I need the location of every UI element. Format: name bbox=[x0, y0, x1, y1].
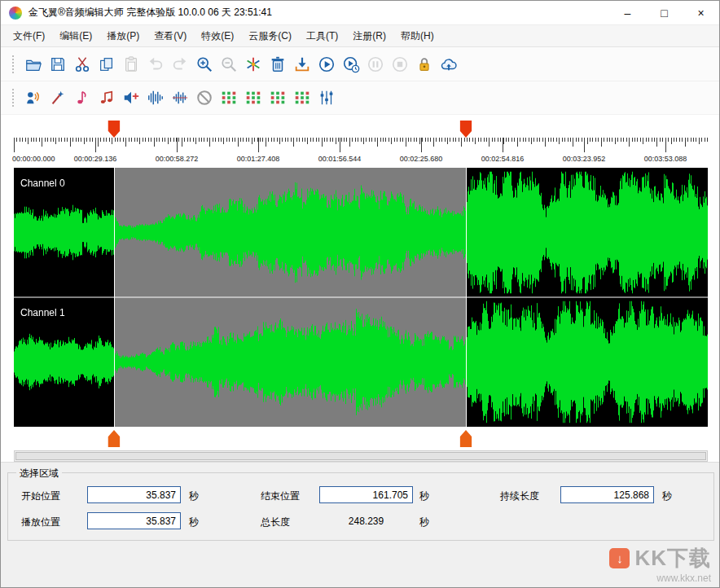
toolbar-main-items bbox=[22, 53, 462, 76]
selection-end-marker-bottom[interactable] bbox=[460, 430, 472, 447]
start-position-input[interactable] bbox=[87, 486, 181, 503]
save-icon bbox=[49, 55, 67, 73]
menu-file[interactable]: 文件(F) bbox=[6, 25, 52, 47]
watermark-logo-icon bbox=[609, 548, 630, 568]
menu-play[interactable]: 播放(P) bbox=[99, 25, 147, 47]
channel-map-1-button[interactable] bbox=[217, 86, 240, 109]
toolbar-grip[interactable] bbox=[12, 55, 14, 73]
play-button[interactable] bbox=[315, 53, 338, 76]
disable-effects-button[interactable] bbox=[193, 86, 216, 109]
save-button[interactable] bbox=[46, 53, 69, 76]
note-single-button[interactable] bbox=[71, 86, 94, 109]
lock-icon bbox=[415, 55, 433, 73]
ruler-timestamp: 00:03:23.952 bbox=[563, 155, 606, 163]
ruler-timestamp: 00:01:27.408 bbox=[237, 155, 280, 163]
zoom-in-button[interactable] bbox=[193, 53, 216, 76]
watermark: KK下载 www.kkx.net bbox=[609, 544, 711, 584]
menu-tools[interactable]: 工具(T) bbox=[299, 25, 345, 47]
cloud-upload-button[interactable] bbox=[437, 53, 460, 76]
spectrum-view-button[interactable] bbox=[169, 86, 191, 109]
play-position-input[interactable] bbox=[87, 512, 181, 529]
waveform-view-button[interactable] bbox=[144, 86, 167, 109]
volume-boost-button[interactable] bbox=[120, 86, 143, 109]
note-double-button[interactable] bbox=[95, 86, 118, 109]
selection-start-marker-top[interactable] bbox=[108, 121, 120, 138]
copy-icon bbox=[98, 55, 116, 73]
menu-register[interactable]: 注册(R) bbox=[345, 25, 393, 47]
timeline-ruler[interactable]: 00:00:00.00000:00:29.13600:00:58.27200:0… bbox=[14, 138, 708, 168]
maximize-button[interactable]: □ bbox=[646, 1, 683, 24]
wave1-icon bbox=[147, 89, 165, 107]
selection-markers-top bbox=[14, 115, 708, 138]
menu-cloud-service[interactable]: 云服务(C) bbox=[241, 25, 299, 47]
play-position-unit: 秒 bbox=[189, 516, 199, 529]
redo-button[interactable] bbox=[169, 53, 191, 76]
watermark-url: www.kkx.net bbox=[609, 573, 711, 584]
open-icon bbox=[24, 55, 42, 73]
stop-button[interactable] bbox=[389, 53, 411, 76]
title-bar: 金飞翼®音频编辑大师 完整体验版 10.0.0 06 天 23:51:41 – … bbox=[1, 1, 719, 25]
ruler-timestamp: 00:01:56.544 bbox=[318, 155, 362, 163]
start-position-label: 开始位置 bbox=[21, 489, 60, 503]
end-position-input[interactable] bbox=[319, 486, 413, 503]
toolbar-effects bbox=[1, 81, 719, 115]
undo-button[interactable] bbox=[144, 53, 167, 76]
grid-icon bbox=[244, 89, 262, 107]
equalizer-button[interactable] bbox=[315, 86, 338, 109]
export-icon bbox=[293, 55, 311, 73]
pause-button[interactable] bbox=[364, 53, 387, 76]
minimize-button[interactable]: – bbox=[609, 1, 646, 24]
lock-button[interactable] bbox=[413, 53, 436, 76]
channel-1-label: Channel 1 bbox=[20, 307, 65, 318]
duration-unit: 秒 bbox=[662, 489, 672, 503]
export-button[interactable] bbox=[291, 53, 314, 76]
duration-input[interactable] bbox=[560, 486, 654, 503]
ruler-timestamp: 00:03:53.088 bbox=[644, 155, 687, 163]
menu-help[interactable]: 帮助(H) bbox=[393, 25, 441, 47]
copy-button[interactable] bbox=[95, 53, 118, 76]
menu-view[interactable]: 查看(V) bbox=[147, 25, 194, 47]
mix-button[interactable] bbox=[242, 53, 265, 76]
eq-icon bbox=[318, 89, 336, 107]
channel-map-2-button[interactable] bbox=[242, 86, 265, 109]
selection-groupbox: 选择区域 开始位置 秒 结束位置 秒 持续长度 秒 播放位置 秒 总长度 248… bbox=[7, 472, 714, 541]
watermark-title: KK下载 bbox=[634, 544, 711, 573]
ruler-timestamp: 00:00:29.136 bbox=[74, 155, 117, 163]
toolbar-effects-items bbox=[22, 86, 340, 109]
app-icon bbox=[9, 7, 22, 20]
grid-icon bbox=[269, 89, 287, 107]
speak-icon bbox=[24, 89, 42, 107]
channel-map-4-button[interactable] bbox=[291, 86, 314, 109]
waveform-canvas[interactable] bbox=[14, 168, 708, 427]
toolbar-grip-2[interactable] bbox=[12, 89, 14, 107]
play-selection-button[interactable] bbox=[340, 53, 362, 76]
wand-icon bbox=[49, 89, 67, 107]
stop-icon bbox=[391, 55, 409, 73]
play-sel-icon bbox=[342, 55, 360, 73]
play-icon bbox=[318, 55, 336, 73]
ruler-ticks-canvas bbox=[14, 138, 708, 155]
channel-0-label: Channel 0 bbox=[20, 178, 65, 189]
zoom-out-button[interactable] bbox=[217, 53, 240, 76]
selection-start-marker-bottom[interactable] bbox=[108, 430, 120, 447]
duration-label: 持续长度 bbox=[500, 489, 539, 503]
text-to-speech-button[interactable] bbox=[22, 86, 45, 109]
scrollbar-thumb[interactable] bbox=[15, 452, 706, 460]
menu-effects[interactable]: 特效(E) bbox=[194, 25, 241, 47]
close-button[interactable]: × bbox=[683, 1, 719, 24]
grid-icon bbox=[220, 89, 238, 107]
paste-button[interactable] bbox=[120, 53, 143, 76]
delete-button[interactable] bbox=[266, 53, 289, 76]
menu-edit[interactable]: 编辑(E) bbox=[52, 25, 99, 47]
ruler-labels: 00:00:00.00000:00:29.13600:00:58.27200:0… bbox=[14, 155, 708, 166]
effect-wand-button[interactable] bbox=[46, 86, 69, 109]
waveform-display[interactable]: Channel 0 Channel 1 bbox=[14, 168, 708, 427]
cut-button[interactable] bbox=[71, 53, 94, 76]
selection-end-marker-top[interactable] bbox=[460, 121, 472, 138]
window-title: 金飞翼®音频编辑大师 完整体验版 10.0.0 06 天 23:51:41 bbox=[29, 6, 272, 20]
open-button[interactable] bbox=[22, 53, 45, 76]
ruler-timestamp: 00:02:25.680 bbox=[400, 155, 443, 163]
horizontal-scrollbar[interactable] bbox=[14, 450, 708, 462]
mix-icon bbox=[244, 55, 262, 73]
channel-map-3-button[interactable] bbox=[266, 86, 289, 109]
